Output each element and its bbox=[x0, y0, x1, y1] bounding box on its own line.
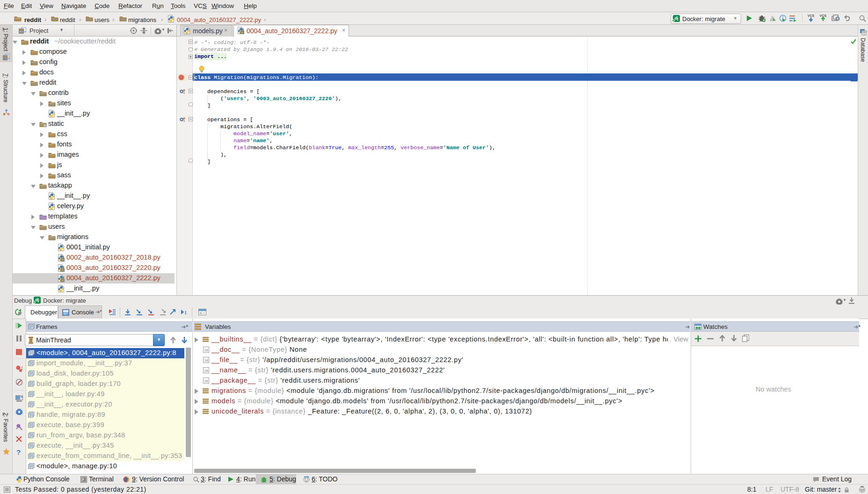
svg-text:VCS: VCS bbox=[808, 14, 815, 17]
svg-text:18: 18 bbox=[204, 348, 208, 352]
svg-text:18: 18 bbox=[204, 379, 208, 383]
svg-text:18: 18 bbox=[204, 369, 208, 373]
svg-text:I: I bbox=[185, 310, 186, 315]
svg-text:18: 18 bbox=[204, 358, 208, 363]
